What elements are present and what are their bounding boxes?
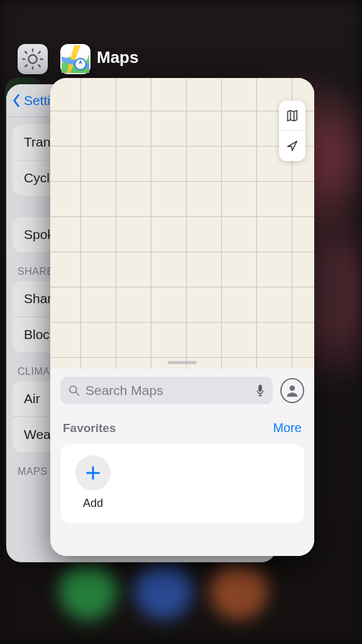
maps-bottom-sheet[interactable]: Favorites More Add <box>50 369 314 556</box>
favorites-panel: Add <box>60 444 304 523</box>
maps-icon <box>62 45 89 73</box>
map-mode-button[interactable] <box>279 101 305 131</box>
svg-point-0 <box>28 55 36 63</box>
app-card-maps[interactable]: Favorites More Add <box>50 78 314 556</box>
favorites-title: Favorites <box>63 421 116 435</box>
search-input[interactable] <box>85 383 250 398</box>
plus-icon <box>84 464 102 482</box>
account-button[interactable] <box>280 378 304 403</box>
search-icon <box>68 384 80 397</box>
map-controls <box>279 101 305 161</box>
locate-me-button[interactable] <box>279 131 305 161</box>
add-favorite-label: Add <box>73 497 113 510</box>
location-arrow-icon <box>285 139 299 153</box>
svg-line-14 <box>76 392 79 396</box>
svg-line-8 <box>25 65 28 67</box>
maps-app-icon[interactable] <box>60 44 90 74</box>
svg-rect-15 <box>258 385 262 392</box>
map-canvas[interactable] <box>50 78 314 380</box>
sheet-grabber[interactable] <box>168 361 197 364</box>
favorites-more-link[interactable]: More <box>273 421 302 435</box>
settings-app-icon[interactable] <box>18 44 48 74</box>
svg-line-5 <box>25 52 28 54</box>
map-layers-icon <box>285 109 299 123</box>
gear-icon <box>20 47 45 72</box>
search-field[interactable] <box>60 377 273 404</box>
front-app-title: Maps <box>97 48 138 67</box>
person-icon <box>284 382 300 399</box>
microphone-icon[interactable] <box>255 384 265 397</box>
add-favorite-button[interactable]: Add <box>73 455 113 510</box>
svg-point-18 <box>290 386 295 391</box>
svg-line-7 <box>38 52 41 54</box>
svg-line-6 <box>38 65 41 67</box>
